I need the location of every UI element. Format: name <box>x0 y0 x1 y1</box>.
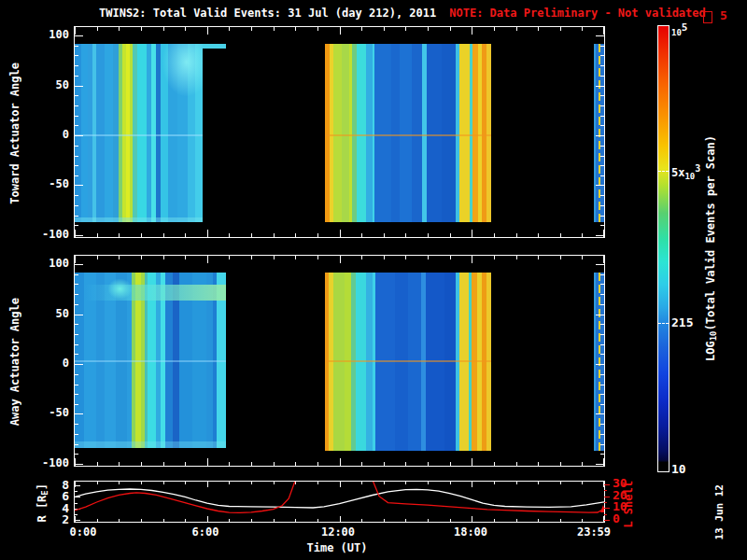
x-minor-tick <box>185 27 186 31</box>
x-minor-tick <box>384 462 385 466</box>
y-tick <box>600 444 604 445</box>
y-tick <box>600 354 604 355</box>
x-minor-tick <box>97 462 98 466</box>
y-tick <box>604 490 607 491</box>
y-tick <box>75 156 78 157</box>
x-minor-tick <box>229 462 230 466</box>
y-tick <box>75 444 78 445</box>
y-tick <box>75 35 83 36</box>
away-panel-plot-area <box>75 256 604 466</box>
y-tick <box>75 364 83 365</box>
y-tick <box>75 225 78 226</box>
x-major-tick <box>340 27 341 35</box>
y-tick <box>596 35 604 36</box>
y-tick <box>75 413 83 414</box>
l-shell-curve <box>75 482 604 512</box>
x-minor-tick <box>97 27 98 31</box>
y-tick <box>604 520 610 521</box>
x-minor-tick <box>450 27 451 31</box>
y-tick <box>75 46 78 47</box>
x-major-tick <box>207 256 208 263</box>
y-tick <box>596 135 604 136</box>
x-minor-tick <box>450 462 451 466</box>
lshell-arrow <box>600 505 604 512</box>
colorbar-5e3-label: 5x103 <box>671 163 700 181</box>
colorbar-gradient <box>658 26 669 471</box>
y-tick <box>75 165 78 166</box>
y-tick <box>600 205 604 206</box>
x-minor-tick <box>251 233 252 237</box>
x-minor-tick <box>538 462 539 466</box>
x-minor-tick <box>317 256 318 259</box>
y-tick <box>600 394 604 395</box>
x-minor-tick <box>97 256 98 259</box>
y-tick <box>75 65 78 66</box>
y-tick <box>604 502 607 503</box>
x-minor-tick <box>494 462 495 466</box>
x-minor-tick <box>361 27 362 31</box>
x-minor-tick <box>274 27 275 31</box>
x-minor-tick <box>516 27 517 31</box>
y-tick <box>600 334 604 335</box>
y-tick <box>75 216 78 217</box>
y-tick-label: 0 <box>26 357 69 370</box>
y-tick <box>75 284 78 285</box>
x-minor-tick <box>450 256 451 259</box>
x-minor-tick <box>317 27 318 31</box>
y-tick <box>75 86 83 87</box>
y-tick <box>596 413 604 414</box>
x-minor-tick <box>516 233 517 237</box>
y-tick <box>75 464 83 465</box>
x-minor-tick <box>163 256 164 259</box>
y-tick <box>600 385 604 385</box>
y-tick <box>596 185 604 186</box>
x-minor-tick <box>361 256 362 259</box>
x-minor-tick <box>317 462 318 466</box>
x-tick-label: 12:00 <box>321 525 355 539</box>
x-tick-label: 18:00 <box>454 525 487 539</box>
x-minor-tick <box>405 462 406 466</box>
away-axis-title: Away Actuator Angle <box>6 266 24 457</box>
x-major-tick <box>75 256 76 263</box>
heatmap-overlay <box>75 217 203 222</box>
y-tick-label: 100 <box>26 28 69 41</box>
x-minor-tick <box>450 233 451 237</box>
x-minor-tick <box>560 462 561 466</box>
x-major-tick <box>472 230 472 237</box>
y-tick <box>600 156 604 157</box>
ephemeris-panel <box>74 481 605 523</box>
y-tick <box>75 55 78 56</box>
y-tick <box>600 404 604 405</box>
y-tick <box>75 394 78 395</box>
y-tick <box>596 315 604 315</box>
y-tick <box>75 344 78 345</box>
y-tick <box>75 324 78 325</box>
x-minor-tick <box>582 27 583 31</box>
y-tick <box>600 76 604 77</box>
y-tick <box>75 175 78 176</box>
y-tick-label: -100 <box>26 228 69 241</box>
y-tick-label: 0 <box>26 128 69 141</box>
x-minor-tick <box>428 256 429 259</box>
heatmap-block <box>325 44 491 222</box>
x-minor-tick <box>97 233 98 237</box>
x-minor-tick <box>185 462 186 466</box>
y-tick <box>600 424 604 425</box>
x-minor-tick <box>119 27 120 31</box>
y-tick <box>600 304 604 305</box>
y-tick <box>75 146 78 147</box>
x-major-tick <box>472 27 472 35</box>
y-tick <box>75 274 78 275</box>
x-major-tick <box>603 27 604 35</box>
x-minor-tick <box>317 233 318 237</box>
y-tick <box>75 294 78 295</box>
ephemeris-curves <box>75 482 604 522</box>
toward-axis-title: Toward Actuator Angle <box>6 37 24 229</box>
y-tick <box>600 105 604 106</box>
y-tick <box>600 374 604 375</box>
x-minor-tick <box>119 256 120 259</box>
heatmap-overlay <box>85 285 226 301</box>
heatmap-overlay <box>75 134 203 136</box>
toward-panel <box>74 26 605 238</box>
y-tick <box>75 125 78 126</box>
